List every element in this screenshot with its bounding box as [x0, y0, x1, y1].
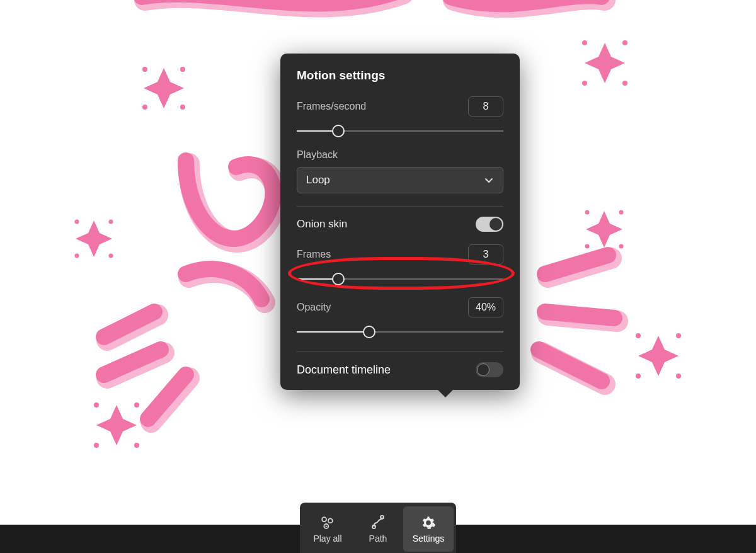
settings-label: Settings — [413, 533, 445, 544]
svg-point-25 — [328, 518, 333, 523]
svg-point-1 — [180, 67, 185, 72]
settings-button[interactable]: Settings — [403, 506, 454, 552]
play-all-icon — [319, 515, 336, 531]
frames-label: Frames — [297, 249, 331, 260]
opacity-row: Opacity 40% — [297, 297, 503, 339]
opacity-value-input[interactable]: 40% — [468, 297, 503, 317]
document-timeline-row: Document timeline — [297, 361, 503, 379]
svg-point-16 — [636, 333, 641, 338]
frames-value-input[interactable]: 3 — [468, 244, 503, 265]
svg-point-10 — [75, 254, 79, 258]
playback-value: Loop — [306, 174, 330, 186]
svg-point-3 — [180, 105, 185, 110]
svg-point-4 — [582, 40, 587, 45]
fps-slider[interactable] — [297, 124, 503, 138]
svg-point-12 — [585, 210, 590, 215]
frames-row: Frames 3 — [297, 244, 503, 286]
svg-point-13 — [619, 210, 624, 215]
fps-value-input[interactable]: 8 — [468, 96, 503, 117]
playback-select[interactable]: Loop — [297, 167, 503, 193]
svg-point-9 — [109, 220, 113, 224]
svg-point-15 — [619, 244, 624, 249]
play-all-button[interactable]: Play all — [302, 506, 353, 552]
svg-point-11 — [109, 254, 113, 258]
motion-settings-panel: Motion settings Frames/second 8 Playback… — [280, 54, 520, 390]
svg-point-24 — [322, 517, 326, 522]
svg-point-22 — [94, 443, 99, 448]
opacity-slider[interactable] — [297, 325, 503, 339]
svg-point-7 — [622, 81, 627, 86]
svg-point-0 — [142, 67, 147, 72]
onion-skin-row: Onion skin — [297, 215, 503, 233]
svg-point-21 — [134, 402, 139, 408]
fps-row: Frames/second 8 — [297, 96, 503, 138]
svg-point-2 — [142, 105, 147, 110]
svg-point-6 — [582, 81, 587, 86]
playback-label: Playback — [297, 149, 503, 161]
divider — [297, 206, 503, 207]
path-icon — [370, 515, 386, 531]
svg-point-18 — [636, 373, 641, 379]
path-label: Path — [369, 533, 387, 544]
panel-title: Motion settings — [297, 69, 503, 83]
play-all-label: Play all — [313, 533, 341, 544]
divider — [297, 351, 503, 352]
onion-skin-label: Onion skin — [297, 218, 347, 231]
chevron-down-icon — [484, 175, 494, 185]
svg-point-5 — [622, 40, 627, 45]
svg-point-20 — [94, 402, 99, 408]
svg-point-17 — [676, 333, 681, 338]
svg-point-23 — [134, 443, 139, 448]
document-timeline-toggle[interactable] — [476, 362, 503, 377]
document-timeline-label: Document timeline — [297, 363, 391, 377]
motion-toolbar: Play all Path Settings — [300, 503, 456, 553]
path-button[interactable]: Path — [353, 506, 403, 552]
frames-slider[interactable] — [297, 272, 503, 286]
fps-label: Frames/second — [297, 101, 366, 112]
svg-point-19 — [676, 373, 681, 379]
opacity-label: Opacity — [297, 302, 331, 313]
svg-point-8 — [75, 220, 79, 224]
svg-point-14 — [585, 244, 590, 249]
onion-skin-toggle[interactable] — [476, 217, 503, 232]
gear-icon — [420, 515, 437, 531]
